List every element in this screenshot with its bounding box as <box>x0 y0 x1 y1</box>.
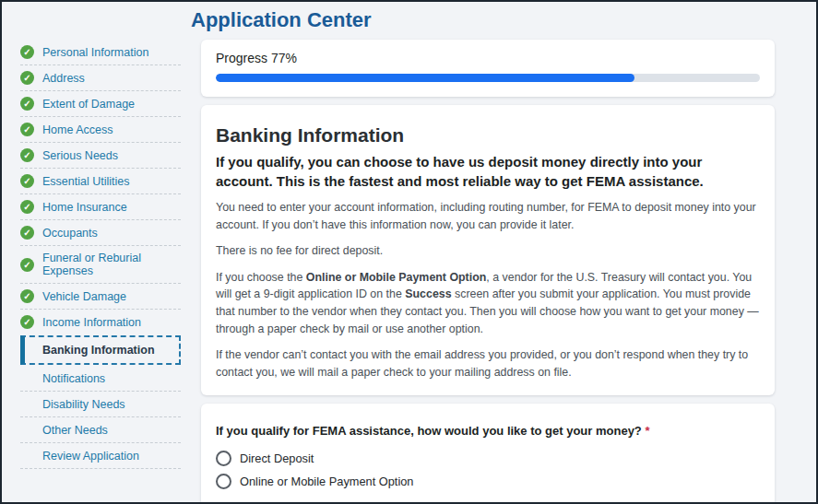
step-label: Address <box>42 72 85 85</box>
step-icon-slot: ✓ <box>20 148 34 162</box>
sidebar-step[interactable]: ✓ Review Application <box>20 443 181 469</box>
step-icon-slot: ✓ <box>20 449 34 463</box>
step-icon-slot: ✓ <box>20 200 34 214</box>
step-label: Funeral or Reburial Expenses <box>42 252 181 277</box>
payment-option-label: Direct Deposit <box>240 451 314 465</box>
step-label: Disability Needs <box>42 398 125 411</box>
step-icon-slot: ✓ <box>20 226 34 240</box>
page-title: Application Center <box>191 8 816 32</box>
question-label: If you qualify for FEMA assistance, how … <box>216 424 760 438</box>
banking-paragraphs: You need to enter your account informati… <box>216 199 760 381</box>
step-label: Serious Needs <box>42 149 118 162</box>
step-label: Home Access <box>42 123 113 136</box>
check-circle-icon: ✓ <box>20 289 34 303</box>
check-circle-icon: ✓ <box>20 45 34 59</box>
step-icon-slot: ✓ <box>20 289 34 303</box>
sidebar-nav: ✓ Personal Information ✓ Address ✓ Exten… <box>20 40 181 469</box>
step-label: Income Information <box>42 316 141 329</box>
step-label: Other Needs <box>42 424 108 437</box>
payment-option-radio[interactable] <box>216 474 231 489</box>
sidebar-step[interactable]: ✓ Personal Information <box>20 40 181 65</box>
step-icon-slot: ✓ <box>20 45 34 59</box>
step-icon-slot: ✓ <box>20 258 34 272</box>
step-label: Extent of Damage <box>42 98 135 111</box>
sidebar-step[interactable]: ✓ Vehicle Damage <box>20 284 181 310</box>
sidebar-step[interactable]: ✓ Home Insurance <box>20 194 181 220</box>
payment-option[interactable]: Direct Deposit <box>216 447 760 470</box>
main-column: Progress 77% Banking Information If you … <box>201 34 775 504</box>
progress-label: Progress 77% <box>216 51 760 65</box>
payment-option[interactable]: Online or Mobile Payment Option <box>216 470 760 493</box>
step-icon-slot: ✓ <box>20 97 34 111</box>
step-label: Essential Utilities <box>42 175 129 188</box>
banking-info-card: Banking Information If you qualify, you … <box>201 105 775 395</box>
step-icon-slot: ✓ <box>20 315 34 329</box>
step-icon-slot: ✓ <box>20 423 34 437</box>
check-circle-icon: ✓ <box>20 200 34 214</box>
body-paragraph: If the vendor can’t contact you with the… <box>216 346 760 381</box>
body-paragraph: There is no fee for direct deposit. <box>216 242 760 260</box>
payment-option-label: Online or Mobile Payment Option <box>240 475 414 488</box>
step-label: Personal Information <box>42 46 148 59</box>
step-icon-slot: ✓ <box>20 174 34 188</box>
check-circle-icon: ✓ <box>20 148 34 162</box>
sidebar-step[interactable]: ✓ Essential Utilities <box>20 169 181 194</box>
payment-option-radio[interactable] <box>216 451 231 466</box>
body-paragraph: You need to enter your account informati… <box>216 199 760 233</box>
sidebar-step[interactable]: ✓ Other Needs <box>20 417 181 443</box>
check-circle-icon: ✓ <box>20 226 34 240</box>
check-circle-icon: ✓ <box>20 97 34 111</box>
step-label: Vehicle Damage <box>42 290 126 303</box>
step-icon-slot: ✓ <box>20 71 34 85</box>
payment-options: Direct Deposit Online or Mobile Payment … <box>216 447 760 493</box>
section-heading: Banking Information <box>216 124 760 147</box>
required-asterisk: * <box>645 424 649 438</box>
section-lead: If you qualify, you can choose to have u… <box>216 152 760 191</box>
step-label: Home Insurance <box>42 201 127 214</box>
sidebar-step[interactable]: ✓ Notifications <box>20 366 181 392</box>
check-circle-icon: ✓ <box>20 174 34 188</box>
step-icon-slot: ✓ <box>20 371 34 385</box>
step-icon-slot: ✓ <box>20 397 34 411</box>
step-label: Banking Information <box>42 344 155 357</box>
progress-card: Progress 77% <box>201 40 775 97</box>
sidebar-step[interactable]: ✓ Home Access <box>20 117 181 143</box>
progress-fill <box>216 74 634 82</box>
content-area: ✓ Personal Information ✓ Address ✓ Exten… <box>2 34 816 504</box>
step-label: Notifications <box>42 372 105 385</box>
sidebar-step[interactable]: ✓ Extent of Damage <box>20 91 181 117</box>
check-circle-icon: ✓ <box>20 123 34 136</box>
sidebar-step[interactable]: ✓ Disability Needs <box>20 392 181 417</box>
check-circle-icon: ✓ <box>20 71 34 85</box>
sidebar-step[interactable]: Banking Information <box>20 335 181 365</box>
step-label: Review Application <box>42 450 139 463</box>
sidebar-step[interactable]: ✓ Serious Needs <box>20 143 181 169</box>
progress-bar <box>216 74 760 82</box>
application-window: Application Center ✓ Personal Informatio… <box>0 0 818 504</box>
sidebar-step[interactable]: ✓ Address <box>20 65 181 91</box>
check-circle-icon: ✓ <box>20 258 34 272</box>
payment-question-card: If you qualify for FEMA assistance, how … <box>201 404 775 504</box>
sidebar-step[interactable]: ✓ Funeral or Reburial Expenses <box>20 246 181 284</box>
check-circle-icon: ✓ <box>20 315 34 329</box>
sidebar-step[interactable]: ✓ Occupants <box>20 220 181 246</box>
step-label: Occupants <box>42 227 98 240</box>
sidebar-step[interactable]: ✓ Income Information <box>20 310 181 334</box>
body-paragraph: If you choose the Online or Mobile Payme… <box>216 269 760 337</box>
step-icon-slot: ✓ <box>20 123 34 136</box>
question-text: If you qualify for FEMA assistance, how … <box>216 424 642 438</box>
